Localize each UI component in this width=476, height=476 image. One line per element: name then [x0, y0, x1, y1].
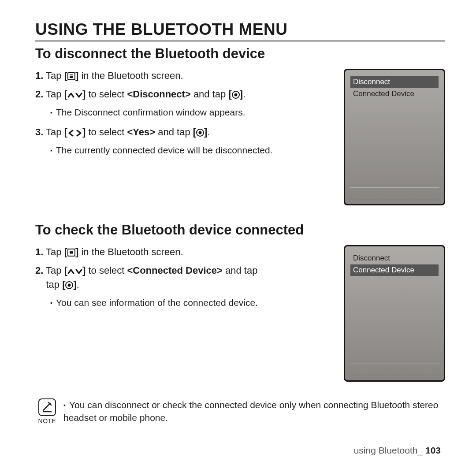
section1-step2-bullet: The Disconnect confirmation window appea… [50, 106, 333, 119]
text: Tap [46, 70, 64, 81]
section2-step2: 2. Tap [] to select <Connected Device> a… [35, 264, 333, 292]
text: Tap [46, 89, 64, 100]
left-right-icon [67, 130, 82, 137]
text: and tap [223, 265, 258, 276]
section2-step2-bullet: You can see information of the connected… [50, 296, 333, 309]
menu-icon [67, 249, 75, 257]
up-down-icon [67, 92, 82, 99]
text: and tap [155, 126, 193, 138]
ok-circle-icon [232, 91, 240, 99]
text: . [207, 126, 210, 138]
text: to select [86, 89, 127, 100]
svg-point-7 [199, 131, 202, 134]
device-row-disconnect: Disconnect [350, 253, 439, 264]
section1-step2: 2. Tap [] to select <Disconnect> and tap… [35, 87, 333, 101]
up-down-icon [67, 268, 82, 275]
menu-icon [67, 72, 75, 80]
section2-step1: 1. Tap [] in the Bluetooth screen. [35, 245, 333, 259]
section1-step3-bullet: The currently connected device will be d… [50, 144, 333, 157]
text: Tap [46, 246, 64, 257]
text: <Connected Device> [127, 265, 222, 276]
text: in the Bluetooth screen. [78, 70, 183, 81]
section2: 1. Tap [] in the Bluetooth screen. 2. Ta… [35, 245, 445, 382]
ok-circle-icon [65, 281, 73, 289]
text: and tap [191, 89, 229, 100]
text: in the Bluetooth screen. [78, 246, 183, 257]
svg-point-5 [234, 93, 237, 96]
section1-heading: To disconnect the Bluetooth device [35, 46, 445, 62]
device-screenshot-2: Disconnect Connected Device [344, 245, 445, 382]
page-title: USING THE BLUETOOTH MENU [35, 20, 445, 41]
text: . [243, 89, 245, 100]
device-row-connected: Connected Device [350, 88, 439, 100]
text: <Disconnect> [127, 89, 190, 100]
note-icon [38, 398, 56, 416]
section2-heading: To check the Bluetooth device connected [35, 222, 445, 238]
footer-section: using Bluetooth_ [354, 445, 425, 455]
svg-point-13 [68, 283, 71, 286]
page-number: 103 [425, 445, 441, 455]
text: Tap [46, 126, 64, 138]
footer: using Bluetooth_ 103 [354, 445, 441, 456]
device-screenshot-1: Disconnect Connected Device [344, 69, 445, 205]
note-label: NOTE [35, 417, 59, 426]
text: to select [86, 265, 127, 276]
note-block: NOTE You can disconnect or check the con… [35, 398, 445, 426]
text: to select [86, 126, 127, 138]
device-row-connected: Connected Device [350, 264, 439, 276]
device-row-disconnect: Disconnect [350, 76, 439, 88]
text: <Yes> [127, 126, 155, 138]
section1-step3: 3. Tap [] to select <Yes> and tap []. [35, 125, 333, 139]
section1-step1: 1. Tap [] in the Bluetooth screen. [35, 69, 333, 83]
note-text: You can disconnect or check the connecte… [63, 398, 445, 424]
section1: 1. Tap [] in the Bluetooth screen. 2. Ta… [35, 69, 445, 205]
text: Tap [46, 265, 64, 276]
ok-circle-icon [196, 129, 204, 137]
text: . [77, 279, 79, 290]
